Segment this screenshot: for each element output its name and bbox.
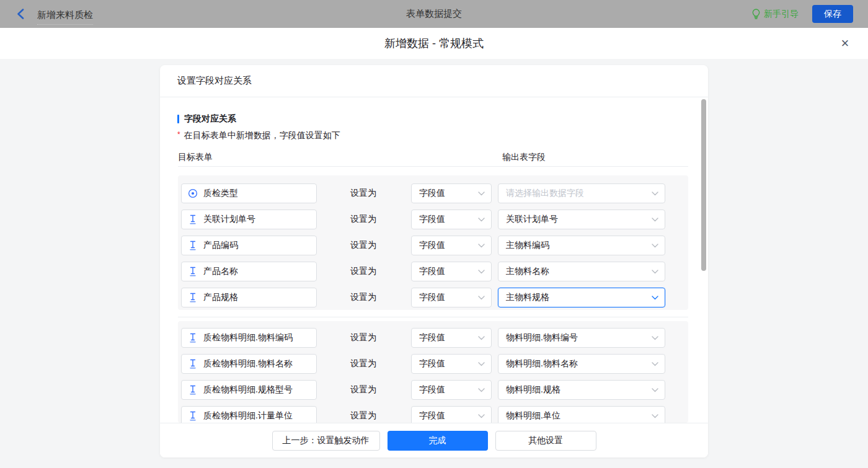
vertical-scrollbar[interactable] [701,99,706,271]
output-field-select[interactable]: 物料明细.物料名称 [498,354,665,374]
text-field-icon [188,332,198,343]
value-mode-select-value: 字段值 [419,188,445,199]
output-field-select-value: 物料明细.规格 [506,384,560,395]
value-mode-select-value: 字段值 [419,358,445,369]
save-button[interactable]: 保存 [812,5,853,23]
output-field-select[interactable]: 物料明细.规格 [498,380,665,400]
set-as-label: 设置为 [350,358,376,369]
chevron-down-icon [478,270,485,274]
section-title: 字段对应关系 [177,113,236,125]
text-field-icon [188,358,198,369]
chevron-down-icon [652,362,658,366]
section-accent-bar [177,115,179,123]
value-mode-select[interactable]: 字段值 [411,183,492,203]
set-as-label: 设置为 [350,214,376,225]
output-field-select[interactable]: 关联计划单号 [498,210,665,229]
column-divider [178,166,688,167]
output-field-select-value: 关联计划单号 [506,214,558,225]
mapping-row: 质检类型设置为字段值请选择输出数据字段 [181,183,688,203]
target-field-box[interactable]: 质检物料明细.物料编码 [181,328,317,348]
set-as-label: 设置为 [350,332,376,343]
text-field-icon [188,292,198,303]
target-field-label: 质检物料明细.计量单位 [203,410,293,422]
mapping-row: 关联计划单号设置为字段值关联计划单号 [181,210,688,229]
set-as-label: 设置为 [350,384,376,395]
text-field-icon [188,240,198,251]
set-as-label: 设置为 [350,266,376,277]
value-mode-select[interactable]: 字段值 [411,328,492,348]
value-mode-select-value: 字段值 [419,240,445,251]
value-mode-select-value: 字段值 [419,292,445,303]
mapping-group-main: 质检类型设置为字段值请选择输出数据字段关联计划单号设置为字段值关联计划单号产品编… [178,175,688,310]
target-field-label: 质检物料明细.物料编码 [203,332,293,343]
chevron-down-icon [652,336,658,340]
mapping-row: 质检物料明细.规格型号设置为字段值物料明细.规格 [181,380,688,400]
output-field-select[interactable]: 物料明细.物料编号 [498,328,665,348]
chevron-down-icon [478,388,485,392]
target-field-box[interactable]: 关联计划单号 [181,210,317,229]
target-field-box[interactable]: 质检物料明细.计量单位 [181,406,317,423]
column-headers: 目标表单 输出表字段 [178,152,688,163]
chevron-down-icon [652,296,658,300]
target-field-label: 质检物料明细.规格型号 [203,384,293,395]
modal-header: 新增数据 - 常规模式 × [0,28,868,59]
target-field-label: 关联计划单号 [203,214,255,225]
mapping-row: 质检物料明细.计量单位设置为字段值物料明细.单位 [181,406,688,423]
value-mode-select[interactable]: 字段值 [411,406,492,423]
target-field-box[interactable]: 产品名称 [181,262,317,281]
mapping-row: 产品编码设置为字段值主物料编码 [181,236,688,255]
target-field-label: 产品编码 [203,240,238,251]
text-field-icon [188,266,198,277]
beginner-guide-label: 新手引导 [764,9,799,20]
text-field-icon [188,410,198,422]
target-field-box[interactable]: 产品规格 [181,288,317,307]
chevron-down-icon [652,388,658,392]
value-mode-select[interactable]: 字段值 [411,262,492,281]
chevron-down-icon [478,336,485,340]
prev-step-button[interactable]: 上一步：设置触发动作 [272,431,380,451]
value-mode-select-value: 字段值 [419,266,445,277]
output-field-select[interactable]: 主物料名称 [498,262,665,281]
page-title: 表单数据提交 [0,8,868,20]
value-mode-select[interactable]: 字段值 [411,380,492,400]
target-field-box[interactable]: 质检物料明细.物料名称 [181,354,317,374]
set-as-label: 设置为 [350,410,376,422]
output-field-select[interactable]: 主物料编码 [498,236,665,255]
top-bar: 新增来料质检 表单数据提交 新手引导 保存 [0,0,868,28]
set-as-label: 设置为 [350,240,376,251]
target-field-label: 质检类型 [203,188,238,199]
card-header-title: 设置字段对应关系 [160,65,708,97]
done-button[interactable]: 完成 [388,431,488,451]
target-field-box[interactable]: 质检物料明细.规格型号 [181,380,317,400]
other-settings-button[interactable]: 其他设置 [495,431,596,451]
lightbulb-icon [751,9,761,19]
text-field-icon [188,214,198,225]
set-as-label: 设置为 [350,188,376,199]
value-mode-select[interactable]: 字段值 [411,236,492,255]
chevron-down-icon [478,362,485,366]
text-field-icon [188,384,198,395]
output-field-select[interactable]: 物料明细.单位 [498,406,665,423]
output-field-select-value: 主物料编码 [506,240,549,251]
target-field-box[interactable]: 质检类型 [181,183,317,203]
output-field-select-value: 主物料规格 [506,292,549,303]
chevron-down-icon [478,244,485,248]
mapping-row: 产品名称设置为字段值主物料名称 [181,262,688,281]
target-field-box[interactable]: 产品编码 [181,236,317,255]
section-note-text: 在目标表单中新增数据，字段值设置如下 [184,130,340,140]
output-field-select[interactable]: 主物料规格 [498,288,665,307]
chevron-down-icon [478,414,485,418]
output-field-select[interactable]: 请选择输出数据字段 [498,183,665,203]
chevron-down-icon [652,414,658,418]
section-note: *在目标表单中新增数据，字段值设置如下 [177,130,340,141]
value-mode-select[interactable]: 字段值 [411,354,492,374]
beginner-guide-link[interactable]: 新手引导 [751,9,799,20]
field-mapping-card: 设置字段对应关系 字段对应关系 *在目标表单中新增数据，字段值设置如下 目标表单… [160,65,708,457]
chevron-down-icon [478,192,485,196]
value-mode-select[interactable]: 字段值 [411,210,492,229]
value-mode-select[interactable]: 字段值 [411,288,492,307]
close-icon[interactable]: × [837,35,853,51]
output-field-select-value: 物料明细.物料编号 [506,332,578,343]
mapping-row: 产品规格设置为字段值主物料规格 [181,288,688,307]
chevron-down-icon [652,270,658,274]
